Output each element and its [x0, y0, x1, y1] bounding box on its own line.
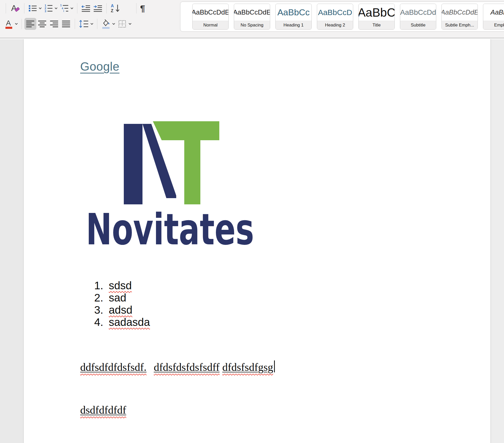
style-label: Heading 2 [317, 21, 353, 29]
shading-icon [101, 18, 111, 29]
style-label: No Spacing [234, 21, 270, 29]
divider [77, 3, 77, 14]
align-center-icon [37, 19, 47, 29]
list-number: 4. [94, 316, 109, 328]
list-text: sadasda [109, 316, 150, 328]
style-chip-subtle-emphasis[interactable]: AaBbCcDdE Subtle Emph... [441, 4, 478, 30]
google-hyperlink[interactable]: Google [80, 59, 119, 73]
borders-button[interactable] [116, 18, 133, 30]
text-cursor [274, 360, 275, 372]
chevron-down-icon [70, 7, 73, 9]
list-text: adsd [109, 304, 132, 316]
sort-button[interactable]: A Z [109, 2, 122, 15]
align-left-button[interactable] [24, 18, 36, 30]
align-center-button[interactable] [36, 18, 48, 30]
decrease-indent-icon [81, 4, 91, 13]
divider [136, 3, 137, 14]
misspelled-word: ddfsdfdfdsfsdf. [80, 361, 146, 373]
style-sample: AaBbCcDdE [442, 4, 478, 21]
list-number: 1. [94, 279, 109, 292]
svg-text:i: i [63, 10, 64, 12]
list-item[interactable]: 3. adsd [94, 304, 150, 316]
misspelled-word: dsdfdfdfdf [80, 404, 126, 416]
clear-formatting-button[interactable]: A [9, 2, 22, 15]
svg-text:A: A [111, 4, 114, 8]
list-number: 3. [94, 304, 109, 316]
svg-text:1: 1 [60, 4, 62, 7]
svg-text:3: 3 [45, 10, 46, 13]
numbered-list-button[interactable]: 123 [43, 3, 59, 14]
logo-wordmark: Novitates [86, 205, 254, 246]
divider [22, 19, 22, 29]
list-item[interactable]: 2. sad [94, 292, 150, 304]
document-page[interactable]: Google Novitates 1. sdsd 2. sad 3. [24, 39, 491, 443]
bullet-list-button[interactable] [27, 3, 43, 14]
style-chip-title[interactable]: AaBbC Title [358, 4, 395, 30]
line-spacing-icon [79, 19, 89, 29]
style-label: Subtitle [400, 21, 436, 29]
toolbar-row-2: A [3, 16, 133, 32]
chevron-down-icon [55, 7, 58, 9]
word-window: A [0, 0, 504, 443]
style-sample: AaBbCc [276, 4, 311, 21]
style-chip-no-spacing[interactable]: AaBbCcDdE No Spacing [234, 4, 270, 30]
style-label: Normal [193, 21, 228, 29]
paragraph-1[interactable]: ddfsdfdfdsfsdf.dfdsfdsfdsfsdff dfdsfsdfg… [80, 360, 275, 373]
document-canvas-margin-left [0, 39, 24, 443]
bullet-list-icon [28, 4, 37, 13]
show-paragraph-marks-button[interactable]: ¶ [139, 3, 146, 14]
divider [97, 19, 97, 29]
ribbon-toolbar: A [0, 0, 504, 38]
svg-text:a: a [62, 7, 63, 10]
style-sample: AaBbCcDd [400, 4, 436, 21]
list-number: 2. [94, 292, 109, 304]
decrease-indent-button[interactable] [80, 3, 92, 14]
style-chip-subtitle[interactable]: AaBbCcDd Subtitle [400, 4, 436, 30]
chevron-down-icon [128, 23, 132, 25]
sort-icon: A Z [110, 3, 121, 14]
novitates-logo-image[interactable]: Novitates [86, 121, 257, 246]
borders-icon [117, 19, 127, 29]
justify-button[interactable] [60, 18, 72, 30]
chevron-down-icon [15, 23, 18, 25]
clear-formatting-icon: A [10, 3, 21, 14]
chevron-down-icon [39, 7, 42, 9]
style-chip-heading-2[interactable]: AaBbCcD Heading 2 [317, 4, 353, 30]
toolbar-row-1: A [3, 2, 146, 15]
styles-gallery: AaBbCcDdE Normal AaBbCcDdE No Spacing Aa… [180, 2, 504, 32]
style-chip-normal[interactable]: AaBbCcDdE Normal [192, 4, 229, 30]
list-item[interactable]: 4. sadasda [94, 316, 150, 328]
list-text: sdsd [109, 279, 132, 292]
svg-text:Z: Z [111, 9, 113, 13]
style-chip-emphasis[interactable]: AaBbC Empha [483, 4, 504, 30]
document-canvas-margin-right [491, 39, 504, 443]
style-sample: AaBbCcD [317, 4, 353, 21]
increase-indent-button[interactable] [92, 3, 104, 14]
style-label: Title [359, 21, 394, 29]
numbered-list: 1. sdsd 2. sad 3. adsd 4. sadasda [94, 279, 150, 328]
misspelled-word: dfdsfdsfdsfsdff [154, 361, 220, 373]
multilevel-list-button[interactable]: 1ai [59, 3, 74, 14]
style-sample: AaBbCcDdE [193, 4, 228, 21]
style-sample: AaBbC [359, 4, 394, 21]
divider [106, 3, 107, 14]
align-right-button[interactable] [48, 18, 60, 30]
divider [6, 3, 6, 14]
divider [75, 19, 75, 29]
style-label: Heading 1 [276, 21, 311, 29]
align-left-icon [25, 19, 35, 29]
increase-indent-icon [93, 4, 103, 13]
style-sample: AaBbCcDdE [234, 4, 270, 21]
style-chip-heading-1[interactable]: AaBbCc Heading 1 [275, 4, 312, 30]
divider [24, 3, 24, 14]
misspelled-word: dfdsfsdfgsg [222, 361, 273, 373]
font-color-button[interactable]: A [3, 18, 19, 30]
line-spacing-button[interactable] [78, 18, 94, 30]
shading-button[interactable] [100, 18, 116, 30]
paragraph-2[interactable]: dsdfdfdfdf [80, 404, 126, 416]
chevron-down-icon [112, 23, 115, 25]
font-color-icon: A [4, 19, 13, 29]
list-item[interactable]: 1. sdsd [94, 279, 150, 292]
justify-icon [61, 19, 71, 29]
list-text: sad [109, 292, 126, 304]
